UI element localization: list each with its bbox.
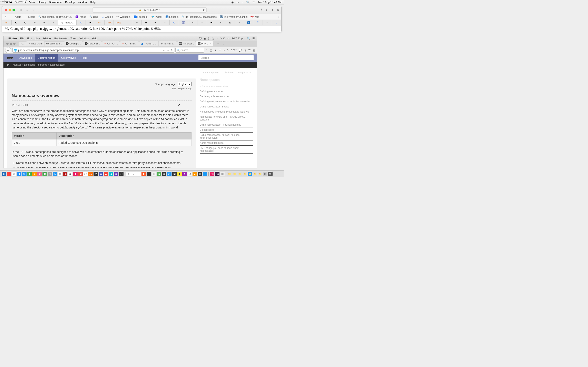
dock-app-icon[interactable]: ▥	[152, 172, 156, 176]
safari-tab[interactable]: G	[170, 20, 179, 25]
favorite-icloud[interactable]: iCloud	[25, 16, 35, 18]
favorite-twitter[interactable]: 🐦Twitter	[151, 16, 162, 18]
siri-icon[interactable]: ◉	[231, 1, 233, 4]
safari-tab[interactable]: G	[272, 20, 281, 25]
dock-appletv-icon[interactable]: tv	[94, 172, 98, 176]
dock-app-icon[interactable]: ⬡	[187, 172, 192, 176]
safari-tab[interactable]: ◐	[12, 20, 21, 25]
favorite-apple[interactable]: Apple	[11, 16, 21, 18]
safari-tab[interactable]: ☆	[123, 20, 132, 25]
menubar-clock[interactable]: Tue 6 Aug 10:40 AM	[258, 1, 282, 4]
safari-tab[interactable]: ☆	[160, 20, 170, 25]
dock-facetime-icon[interactable]: ▮	[27, 172, 32, 176]
safari-tab[interactable]: ✎	[235, 20, 244, 25]
safari-tab[interactable]: ☆	[263, 20, 272, 25]
close-icon[interactable]	[5, 9, 7, 11]
dock-folder-icon[interactable]: 📁	[227, 172, 232, 176]
safari-tab[interactable]: cP	[2, 20, 12, 25]
dock-app-icon[interactable]: ▣	[172, 172, 177, 176]
share-icon[interactable]: ⇧	[266, 8, 268, 12]
dock-podcasts-icon[interactable]: ◉	[114, 172, 118, 176]
favorite-findminus[interactable]: 🔍find_minus…rep+%22s%22	[38, 16, 72, 18]
favorite-wikipedia[interactable]: WWikipedia	[116, 16, 130, 18]
menu-develop[interactable]: Develop	[65, 1, 75, 4]
taboverview-icon[interactable]: ⧉	[277, 8, 279, 12]
safari-tab[interactable]: ☆	[198, 20, 207, 25]
safari-tab[interactable]: PMA	[114, 20, 123, 25]
safari-tab[interactable]: ✎	[30, 20, 40, 25]
dock-app-icon[interactable]: ◆	[73, 172, 78, 176]
safari-tab[interactable]: php	[179, 20, 188, 25]
dock-app-icon[interactable]: Ae	[210, 172, 214, 176]
favorite-facebook[interactable]: fFacebook	[134, 16, 148, 18]
downloads-icon[interactable]: ⬇	[260, 8, 262, 12]
dock-app-icon[interactable]: ▲	[192, 172, 197, 176]
menu-view[interactable]: View	[29, 1, 35, 4]
favorite-dbconnect[interactable]: 🔍db_connect.p…aaasaaafaas	[182, 16, 217, 18]
favorite-yelp[interactable]: y★Yelp	[251, 16, 259, 18]
safari-tab[interactable]: i	[244, 20, 253, 25]
safari-tab[interactable]: G	[77, 20, 86, 25]
address-bar[interactable]: 🔒 65.254.95.247 ↻	[92, 7, 207, 13]
safari-tab[interactable]: ⠿	[253, 20, 263, 25]
dock-finder-icon[interactable]: ☻	[2, 172, 6, 176]
dock-app-icon[interactable]: ◐	[167, 172, 172, 176]
dock-app-icon[interactable]: ▣	[157, 172, 161, 176]
dock-folder-icon[interactable]: 📁	[258, 172, 262, 176]
favorite-weather[interactable]: TWCThe Weather Channel	[220, 16, 247, 18]
dock-folder-icon[interactable]: 📁	[237, 172, 242, 176]
safari-tab[interactable]: W	[207, 20, 216, 25]
dock-app-icon[interactable]: ◆	[109, 172, 113, 176]
minimize-icon[interactable]	[9, 9, 11, 11]
dock-app-icon[interactable]: ✦	[182, 172, 187, 176]
control-center-icon[interactable]: ☰	[252, 1, 255, 4]
safari-tab[interactable]: ⚛	[188, 20, 198, 25]
safari-tab-active[interactable]: ◐https://...	[58, 20, 77, 25]
dock-app-icon[interactable]: ◉	[198, 172, 202, 176]
dock-app-icon[interactable]: ◆	[177, 172, 182, 176]
dock-folder-icon[interactable]: 📁	[242, 172, 247, 176]
favorite-linkedin[interactable]: inLinkedIn	[165, 16, 178, 18]
favorite-google[interactable]: GGoogle	[101, 16, 113, 18]
dock-safari-icon[interactable]: ◎	[48, 172, 52, 176]
dock-folder-icon[interactable]: 📁	[232, 172, 237, 176]
safari-tab[interactable]: ✎	[216, 20, 226, 25]
favorites-grid-icon[interactable]: ⠿	[4, 16, 8, 18]
favorite-bing[interactable]: 🔍Bing	[89, 16, 98, 18]
dock-app-icon[interactable]: 🌐	[203, 172, 207, 176]
dock-app-icon[interactable]: ✿	[37, 172, 42, 176]
battery-icon[interactable]: ▭	[236, 1, 239, 4]
dock-folder-icon[interactable]: 📁	[253, 172, 257, 176]
safari-tab[interactable]: ✎	[49, 20, 58, 25]
safari-tab[interactable]: W	[151, 20, 160, 25]
dock-trash-icon[interactable]: 🗑	[268, 172, 273, 176]
safari-tab[interactable]: cP	[95, 20, 104, 25]
dock-app-icon[interactable]: ◧	[220, 172, 225, 176]
sidebar-toggle-icon[interactable]: ▥	[18, 8, 24, 12]
menu-history[interactable]: History	[38, 1, 46, 4]
dock-app-icon[interactable]: 🎧	[119, 172, 123, 176]
dock-music-icon[interactable]: ♪	[7, 172, 11, 176]
dock-folder-icon[interactable]: ▤	[263, 172, 268, 176]
dock-calendar-icon[interactable]: 6	[126, 172, 131, 176]
dock-app-icon[interactable]: ▣	[99, 172, 103, 176]
safari-tab[interactable]: ◐	[21, 20, 30, 25]
dock-mail-icon[interactable]: ✉	[22, 172, 26, 176]
dock-app-icon[interactable]: ◉	[68, 172, 72, 176]
reload-icon[interactable]: ↻	[203, 8, 205, 11]
dock-app-icon[interactable]: ▦	[58, 172, 62, 176]
window-controls[interactable]	[5, 9, 15, 11]
zoom-icon[interactable]	[12, 9, 15, 11]
dock-app-icon[interactable]: ▣	[78, 172, 83, 176]
dock-firefox-icon[interactable]: 🦊	[88, 172, 93, 176]
menu-bookmarks[interactable]: Bookmarks	[49, 1, 62, 4]
favorite-yahoo[interactable]: Y!Yahoo	[76, 16, 86, 18]
dock-app-icon[interactable]: ◉	[162, 172, 166, 176]
safari-tab[interactable]: PMA	[104, 20, 114, 25]
spotlight-icon[interactable]: 🔍	[246, 1, 250, 4]
dock-app-icon[interactable]: B	[131, 172, 136, 176]
dock-terminal-icon[interactable]: ▪	[147, 172, 151, 176]
safari-tab[interactable]: W	[86, 20, 95, 25]
menu-window[interactable]: Window	[78, 1, 87, 4]
wifi-icon[interactable]: ⌵	[242, 1, 243, 4]
